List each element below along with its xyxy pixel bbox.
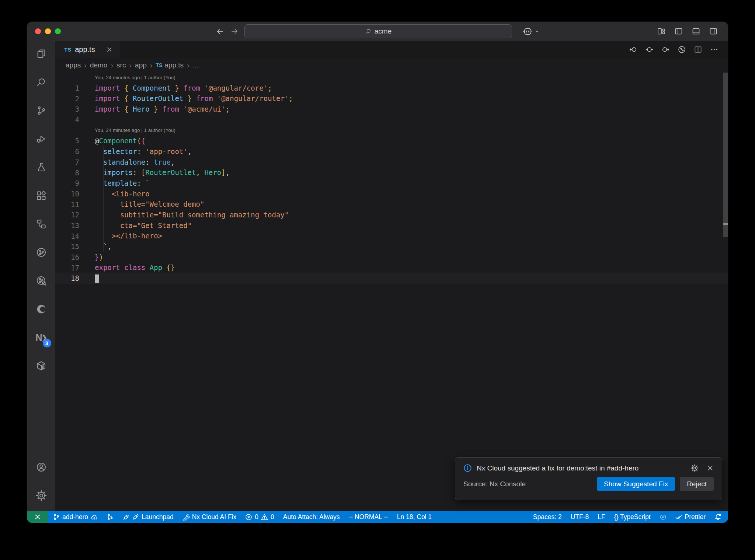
status-item-vim-mode[interactable]: -- NORMAL -- bbox=[344, 511, 392, 523]
status-item-cursor-position[interactable]: Ln 18, Col 1 bbox=[393, 511, 436, 523]
gutter-line-number[interactable]: 17 bbox=[55, 264, 95, 272]
activity-item-edge[interactable] bbox=[28, 296, 54, 322]
reject-button[interactable]: Reject bbox=[680, 477, 714, 491]
gutter-line-number[interactable]: 1 bbox=[55, 84, 95, 92]
gutter-line-number[interactable]: 16 bbox=[55, 253, 95, 261]
notification-settings-gear-icon[interactable] bbox=[691, 464, 699, 472]
layout-sidebar-right-icon[interactable] bbox=[709, 27, 718, 36]
gitlens-prev-change-icon[interactable] bbox=[629, 45, 637, 54]
status-item-gitlens-launchpad[interactable]: Launchpad bbox=[118, 511, 178, 523]
breadcrumb-item-demo[interactable]: demo bbox=[90, 61, 108, 69]
gutter-line-number[interactable]: 13 bbox=[55, 221, 95, 230]
status-item-prettier[interactable]: Prettier bbox=[671, 511, 710, 523]
gutter-line-number[interactable]: 5 bbox=[55, 137, 95, 145]
code-line-1[interactable]: 1import { Component } from '@angular/cor… bbox=[55, 83, 728, 94]
code-line-13[interactable]: 13 cta="Get Started" bbox=[55, 220, 728, 231]
breadcrumb-item-[interactable]: ... bbox=[193, 61, 199, 69]
code-editor[interactable]: You, 24 minutes ago | 1 author (You)1imp… bbox=[55, 72, 728, 511]
layout-sidebar-left-icon[interactable] bbox=[674, 27, 683, 36]
gutter-line-number[interactable]: 4 bbox=[55, 116, 95, 124]
breadcrumb-item-appts[interactable]: TSapp.ts bbox=[156, 61, 184, 69]
code-line-6[interactable]: 6 selector: 'app-root', bbox=[55, 146, 728, 157]
codelens-blame-text[interactable]: You, 24 minutes ago | 1 author (You) bbox=[95, 75, 175, 80]
split-editor-icon[interactable] bbox=[694, 45, 702, 54]
search-icon bbox=[36, 77, 47, 88]
activity-item-testing[interactable] bbox=[28, 154, 54, 180]
gitlens-changes-icon[interactable] bbox=[645, 45, 654, 54]
status-item-auto-attach[interactable]: Auto Attach: Always bbox=[279, 511, 344, 523]
gutter-line-number[interactable]: 2 bbox=[55, 95, 95, 103]
code-line-11[interactable]: 11 title="Welcmoe demo" bbox=[55, 199, 728, 210]
layout-customize-icon[interactable] bbox=[657, 27, 666, 36]
breadcrumb-item-src[interactable]: src bbox=[116, 61, 126, 69]
status-item-language-mode[interactable]: {} TypeScript bbox=[610, 511, 655, 523]
activity-item-gitlens[interactable] bbox=[28, 239, 54, 265]
more-actions-icon[interactable] bbox=[710, 45, 719, 54]
status-item-problems[interactable]: 00 bbox=[241, 511, 278, 523]
codelens-blame-text[interactable]: You, 24 minutes ago | 1 author (You) bbox=[95, 127, 175, 133]
code-line-18[interactable]: 18 bbox=[55, 273, 728, 284]
gutter-line-number[interactable]: 8 bbox=[55, 169, 95, 177]
status-item-indentation[interactable]: Spaces: 2 bbox=[529, 511, 566, 523]
code-line-16[interactable]: 16}) bbox=[55, 252, 728, 263]
status-item-nx-cloud-ai-fix[interactable]: Nx Cloud AI Fix bbox=[178, 511, 241, 523]
history-back-button[interactable] bbox=[216, 27, 225, 36]
status-item-eol[interactable]: LF bbox=[593, 511, 609, 523]
code-line-10[interactable]: 10 <lib-hero bbox=[55, 189, 728, 199]
status-item-notifications-bell[interactable] bbox=[710, 511, 726, 523]
gutter-line-number[interactable]: 12 bbox=[55, 211, 95, 219]
history-forward-button[interactable] bbox=[230, 27, 239, 36]
show-suggested-fix-button[interactable]: Show Suggested Fix bbox=[597, 477, 675, 491]
gutter-line-number[interactable]: 9 bbox=[55, 179, 95, 187]
editor-scrollbar-thumb[interactable] bbox=[723, 73, 728, 237]
gitlens-next-change-icon[interactable] bbox=[661, 45, 670, 54]
status-item-encoding[interactable]: UTF-8 bbox=[566, 511, 594, 523]
gutter-line-number[interactable]: 15 bbox=[55, 242, 95, 251]
breadcrumb-item-apps[interactable]: apps bbox=[66, 61, 81, 69]
code-line-3[interactable]: 3import { Hero } from '@acme/ui'; bbox=[55, 104, 728, 115]
gutter-line-number[interactable]: 7 bbox=[55, 158, 95, 166]
activity-item-nx-console[interactable]: N❯3 bbox=[28, 325, 54, 350]
gitlens-graph-icon[interactable] bbox=[678, 45, 686, 54]
activity-item-source-control[interactable] bbox=[28, 98, 54, 123]
code-line-12[interactable]: 12 subtitle="Build something amazing tod… bbox=[55, 210, 728, 220]
gutter-line-number[interactable]: 6 bbox=[55, 147, 95, 155]
code-line-9[interactable]: 9 template: ` bbox=[55, 178, 728, 189]
activity-item-files[interactable] bbox=[28, 41, 54, 67]
tab-close-icon[interactable] bbox=[106, 46, 112, 53]
activity-item-extensions[interactable] bbox=[28, 183, 54, 209]
activity-item-account[interactable] bbox=[28, 454, 54, 480]
zoom-button[interactable] bbox=[55, 28, 61, 34]
activity-item-gitlens-inspect[interactable] bbox=[28, 268, 54, 294]
command-center-search[interactable]: acme bbox=[244, 24, 512, 38]
code-line-2[interactable]: 2import { RouterOutlet } from '@angular/… bbox=[55, 93, 728, 104]
activity-item-run-debug[interactable] bbox=[28, 126, 54, 152]
layout-panel-icon[interactable] bbox=[692, 27, 700, 36]
status-item-git-branch-status[interactable]: add-hero bbox=[48, 511, 102, 523]
notification-close-icon[interactable] bbox=[707, 465, 714, 472]
gutter-line-number[interactable]: 11 bbox=[55, 200, 95, 209]
activity-item-hierarchy[interactable] bbox=[28, 211, 54, 237]
code-line-7[interactable]: 7 standalone: true, bbox=[55, 157, 728, 168]
copilot-menu-button[interactable] bbox=[523, 27, 539, 36]
code-line-8[interactable]: 8 imports: [RouterOutlet, Hero], bbox=[55, 167, 728, 178]
code-line-17[interactable]: 17export class App {} bbox=[55, 262, 728, 273]
code-line-15[interactable]: 15 `, bbox=[55, 241, 728, 252]
gutter-line-number[interactable]: 3 bbox=[55, 105, 95, 113]
activity-item-search[interactable] bbox=[28, 69, 54, 95]
minimize-button[interactable] bbox=[45, 28, 51, 34]
gutter-line-number[interactable]: 10 bbox=[55, 190, 95, 198]
activity-item-settings-gear[interactable] bbox=[28, 483, 54, 508]
status-item-copilot-status[interactable] bbox=[655, 511, 671, 523]
gutter-line-number[interactable]: 14 bbox=[55, 232, 95, 240]
code-line-5[interactable]: 5@Component({ bbox=[55, 136, 728, 146]
code-line-14[interactable]: 14 ></lib-hero> bbox=[55, 231, 728, 241]
code-line-4[interactable]: 4 bbox=[55, 115, 728, 125]
gutter-line-number[interactable]: 18 bbox=[55, 274, 95, 282]
breadcrumb-item-app[interactable]: app bbox=[135, 61, 147, 69]
activity-item-container[interactable] bbox=[28, 353, 54, 379]
remote-indicator[interactable] bbox=[27, 511, 48, 523]
tab-app-ts[interactable]: TS app.ts bbox=[55, 41, 120, 58]
close-button[interactable] bbox=[35, 28, 41, 34]
status-item-gitlens-commit-graph[interactable] bbox=[102, 511, 118, 523]
